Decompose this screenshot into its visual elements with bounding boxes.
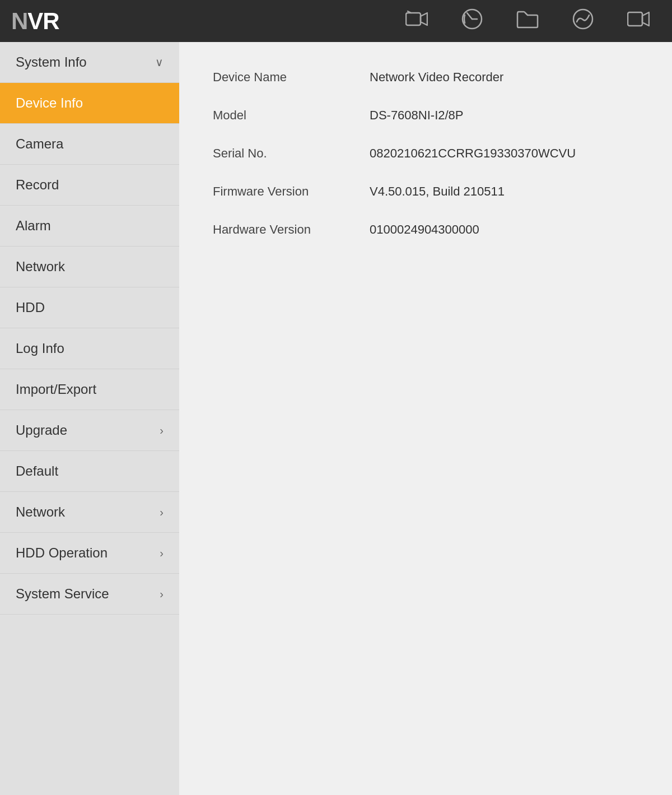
sidebar-item-label: Device Info: [16, 95, 83, 111]
sidebar-item-hdd-operation[interactable]: HDD Operation›: [0, 533, 179, 574]
sidebar-item-camera[interactable]: Camera: [0, 124, 179, 165]
sidebar-item-label: System Service: [16, 586, 109, 602]
topbar: NVR: [0, 0, 672, 42]
info-label-hardware-version: Hardware Version: [213, 222, 370, 237]
sidebar-item-default[interactable]: Default: [0, 451, 179, 492]
chevron-icon: ›: [160, 506, 164, 519]
chevron-icon: ›: [160, 424, 164, 437]
info-label-device-name: Device Name: [213, 70, 370, 85]
sidebar-item-label: Alarm: [16, 218, 51, 234]
info-row-model: ModelDS-7608NI-I2/8P: [213, 108, 638, 123]
camera-icon[interactable]: [405, 9, 428, 34]
topbar-icons: [405, 8, 661, 34]
chevron-icon: ∨: [155, 55, 164, 69]
sidebar-item-import-export[interactable]: Import/Export: [0, 369, 179, 410]
video-icon[interactable]: [627, 10, 650, 33]
logo-nvr-text: NVR: [11, 8, 59, 35]
info-value-model: DS-7608NI-I2/8P: [370, 108, 464, 123]
info-value-hardware-version: 0100024904300000: [370, 222, 479, 237]
sidebar-item-hdd[interactable]: HDD: [0, 287, 179, 328]
info-label-firmware-version: Firmware Version: [213, 184, 370, 199]
chevron-icon: ›: [160, 588, 164, 601]
sidebar-item-network-2[interactable]: Network›: [0, 492, 179, 533]
sidebar: System Info∨Device InfoCameraRecordAlarm…: [0, 42, 179, 795]
sidebar-item-label: Default: [16, 463, 58, 479]
svg-marker-1: [421, 13, 427, 25]
sidebar-item-label: System Info: [16, 54, 87, 70]
sidebar-item-label: Import/Export: [16, 382, 96, 397]
sidebar-item-label: HDD Operation: [16, 545, 108, 561]
info-row-firmware-version: Firmware VersionV4.50.015, Build 210511: [213, 184, 638, 199]
info-value-firmware-version: V4.50.015, Build 210511: [370, 184, 505, 199]
svg-rect-5: [628, 12, 642, 26]
sidebar-item-label: Camera: [16, 136, 63, 152]
sidebar-item-label: Record: [16, 177, 59, 193]
svg-rect-0: [406, 13, 421, 25]
app-logo: NVR: [11, 8, 64, 35]
content-area: Device NameNetwork Video RecorderModelDS…: [179, 42, 672, 795]
sidebar-item-label: Network: [16, 259, 65, 275]
info-value-serial-no: 0820210621CCRRG19330370WCVU: [370, 146, 576, 161]
info-label-serial-no: Serial No.: [213, 146, 370, 161]
folder-icon[interactable]: [516, 10, 539, 33]
sidebar-item-label: Upgrade: [16, 422, 67, 438]
info-row-hardware-version: Hardware Version0100024904300000: [213, 222, 638, 237]
main-layout: System Info∨Device InfoCameraRecordAlarm…: [0, 42, 672, 795]
info-label-model: Model: [213, 108, 370, 123]
sidebar-item-upgrade[interactable]: Upgrade›: [0, 410, 179, 451]
sidebar-item-log-info[interactable]: Log Info: [0, 328, 179, 369]
sidebar-item-network[interactable]: Network: [0, 247, 179, 287]
sidebar-item-record[interactable]: Record: [0, 165, 179, 206]
sidebar-item-label: HDD: [16, 300, 45, 315]
sidebar-item-system-info[interactable]: System Info∨: [0, 42, 179, 83]
info-row-device-name: Device NameNetwork Video Recorder: [213, 70, 638, 85]
sidebar-item-alarm[interactable]: Alarm: [0, 206, 179, 247]
sidebar-item-label: Log Info: [16, 341, 64, 356]
sidebar-item-device-info[interactable]: Device Info: [0, 83, 179, 124]
info-value-device-name: Network Video Recorder: [370, 70, 503, 85]
analytics-icon[interactable]: [572, 8, 594, 34]
info-row-serial-no: Serial No.0820210621CCRRG19330370WCVU: [213, 146, 638, 161]
sidebar-item-label: Network: [16, 504, 65, 520]
playback-icon[interactable]: [461, 8, 483, 34]
svg-marker-6: [642, 12, 649, 26]
sidebar-item-system-service[interactable]: System Service›: [0, 574, 179, 615]
chevron-icon: ›: [160, 547, 164, 560]
